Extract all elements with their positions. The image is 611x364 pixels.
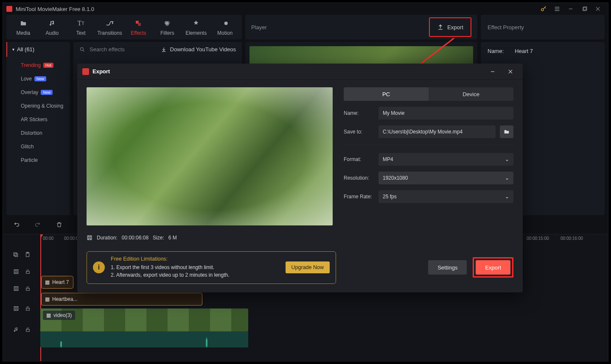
search-icon (79, 47, 85, 53)
svg-rect-23 (87, 236, 91, 239)
close-icon[interactable] (591, 4, 605, 14)
clip-heart7[interactable]: ▦ Heart 7 (41, 276, 73, 289)
music-icon[interactable] (13, 327, 19, 333)
export-button[interactable]: Export (429, 17, 471, 37)
info-icon: i (93, 261, 105, 273)
audio-waveform[interactable] (40, 331, 248, 347)
app-logo-icon (6, 6, 12, 12)
prop-name-label: Name: (488, 48, 504, 54)
property-header-label: Effect Property (488, 24, 524, 31)
export-info: Duration: 00:00:06:08 Size: 6 M (87, 235, 333, 241)
tab-motion[interactable]: Motion (212, 19, 238, 36)
export-saveto-input[interactable]: C:\Users\bj\Desktop\My Movie.mp4 (378, 125, 496, 138)
svg-rect-12 (15, 254, 18, 257)
sidebar-item-opening-closing[interactable]: Opening & Closing (6, 99, 70, 113)
sidebar-all[interactable]: ▾ All (61) (6, 42, 70, 57)
download-youtube-link[interactable]: Download YouTube Videos (161, 46, 236, 53)
sidebar-item-ar-stickers[interactable]: AR Stickers (6, 113, 70, 126)
size-value: 6 M (168, 235, 177, 241)
export-button-label: Export (447, 24, 463, 31)
tab-transitions[interactable]: Transitions (97, 19, 123, 36)
maximize-icon[interactable] (577, 4, 591, 14)
delete-button[interactable] (53, 219, 65, 231)
sidebar-all-label: All (61) (17, 46, 34, 53)
free-limitation-box: i Free Edition Limitations: 1. Export th… (87, 251, 336, 284)
tab-device[interactable]: Device (429, 87, 513, 101)
sidebar-item-overlay[interactable]: OverlayNew (6, 86, 70, 99)
video-clip-label[interactable]: ▦ video(3) (43, 311, 75, 320)
duration-label: Duration: (97, 235, 118, 241)
effects-sidebar: ▾ All (61) TrendingHot LoveNew OverlayNe… (6, 42, 70, 215)
search-effects-input[interactable]: Search effects (79, 46, 125, 53)
export-framerate-value: 25 fps (383, 194, 397, 200)
export-dialog-title: Export (92, 68, 110, 75)
limitation-title: Free Edition Limitations: (111, 256, 230, 262)
save-icon[interactable] (13, 286, 19, 292)
clip-label: Heartbea... (52, 296, 77, 302)
export-resolution-select[interactable]: 1920x1080 ⌄ (378, 172, 513, 184)
export-name-input[interactable]: My Movie (378, 107, 513, 119)
svg-rect-18 (26, 288, 29, 290)
svg-rect-4 (138, 23, 141, 26)
menu-icon[interactable] (550, 4, 564, 14)
lock-icon[interactable] (25, 286, 31, 292)
titlebar: MiniTool MovieMaker Free 8.1.0 (3, 3, 608, 15)
lock-icon[interactable] (25, 306, 31, 311)
dialog-minimize-icon[interactable] (485, 66, 500, 78)
upgrade-now-button[interactable]: Upgrade Now (286, 261, 330, 273)
sidebar-item-distortion[interactable]: Distortion (6, 126, 70, 140)
settings-button[interactable]: Settings (428, 260, 467, 275)
export-confirm-button[interactable]: Export (476, 260, 510, 275)
redo-button[interactable] (32, 219, 44, 231)
disk-icon (87, 235, 92, 241)
timeline-tools-row (3, 246, 40, 263)
paste-icon[interactable] (25, 252, 31, 258)
property-header: Effect Property (481, 15, 605, 39)
tab-audio[interactable]: Audio (39, 19, 65, 36)
license-key-icon[interactable] (537, 4, 550, 14)
ruler-tick: 00:00:15:00 (527, 236, 549, 241)
app-logo-icon (82, 68, 89, 75)
effect-clip-icon: ▦ (45, 296, 50, 302)
export-resolution-label: Resolution: (344, 175, 374, 181)
tab-filters[interactable]: Filters (154, 19, 180, 36)
player-label: Player (251, 24, 267, 31)
export-framerate-select[interactable]: 25 fps ⌄ (378, 190, 513, 203)
export-dialog-titlebar: Export (77, 64, 523, 80)
save-icon[interactable] (13, 306, 19, 311)
browse-folder-button[interactable] (500, 125, 513, 138)
save-icon[interactable] (13, 269, 19, 275)
clip-heartbeat[interactable]: ▦ Heartbea... (41, 293, 202, 306)
copy-icon[interactable] (13, 252, 19, 258)
tab-pc[interactable]: PC (344, 87, 429, 101)
undo-button[interactable] (11, 219, 22, 231)
tab-effects[interactable]: Effects (125, 19, 151, 36)
dialog-close-icon[interactable] (503, 66, 518, 78)
sidebar-item-glitch[interactable]: Glitch (6, 140, 70, 153)
limitation-line: 1. Export the first 3 videos without len… (111, 264, 230, 272)
tab-text[interactable]: TTText (68, 19, 94, 36)
tab-elements[interactable]: Elements (183, 19, 209, 36)
export-dialog: Export Duration: 00:00:06:08 Size: 6 M P… (77, 64, 523, 292)
lock-icon[interactable] (25, 327, 31, 333)
hot-badge: Hot (43, 63, 53, 68)
limitation-line: 2. Afterwards, export video up to 2 minu… (111, 271, 230, 279)
duration-value: 00:00:06:08 (122, 235, 149, 241)
divider (344, 145, 513, 145)
chevron-down-icon: ⌄ (505, 194, 509, 200)
export-format-select[interactable]: MP4 ⌄ (378, 153, 513, 166)
sidebar-item-love[interactable]: LoveNew (6, 72, 70, 86)
svg-point-9 (80, 47, 83, 50)
export-format-label: Format: (344, 156, 374, 162)
search-placeholder: Search effects (90, 46, 125, 53)
new-badge: New (34, 76, 46, 81)
sidebar-item-trending[interactable]: TrendingHot (6, 58, 70, 72)
sidebar-item-particle[interactable]: Particle (6, 153, 70, 167)
minimize-icon[interactable] (564, 4, 577, 14)
tab-media[interactable]: Media (10, 19, 36, 36)
ruler-tick: 00:00 (43, 236, 53, 241)
export-preview (87, 87, 333, 225)
export-name-label: Name: (344, 110, 374, 116)
prop-name-value: Heart 7 (515, 48, 533, 54)
lock-icon[interactable] (25, 269, 31, 275)
